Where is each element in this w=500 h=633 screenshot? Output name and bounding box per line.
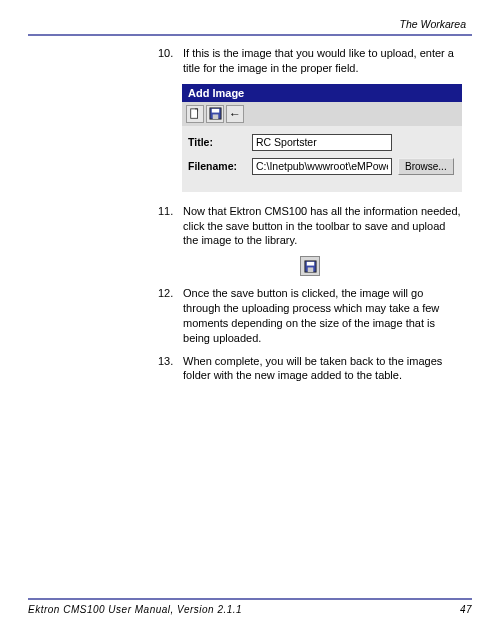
step-number: 12. <box>158 286 180 301</box>
svg-rect-5 <box>306 262 313 266</box>
step-number: 10. <box>158 46 180 61</box>
footer-manual-title: Ektron CMS100 User Manual, Version 2.1.1 <box>28 604 242 615</box>
title-label: Title: <box>188 136 246 148</box>
step-11: 11. Now that Ektron CMS100 has all the i… <box>158 204 462 249</box>
page-number: 47 <box>460 604 472 615</box>
dialog-toolbar: ← <box>182 102 462 126</box>
step-12: 12. Once the save button is clicked, the… <box>158 286 462 345</box>
step-number: 13. <box>158 354 180 369</box>
new-icon[interactable] <box>186 105 204 123</box>
filename-input[interactable] <box>252 158 392 175</box>
footer-rule <box>28 598 472 600</box>
add-image-dialog: Add Image ← Title: Filename: Brows <box>182 84 462 192</box>
svg-rect-0 <box>191 109 198 118</box>
step-text: If this is the image that you would like… <box>183 46 461 76</box>
step-13: 13. When complete, you will be taken bac… <box>158 354 462 384</box>
header-rule <box>28 34 472 36</box>
step-text: Once the save button is clicked, the ima… <box>183 286 461 345</box>
step-text: Now that Ektron CMS100 has all the infor… <box>183 204 461 249</box>
svg-rect-3 <box>212 115 218 120</box>
save-icon <box>300 256 320 276</box>
dialog-title: Add Image <box>182 84 462 102</box>
inline-save-illustration <box>158 256 462 276</box>
filename-field-row: Filename: Browse... <box>188 158 456 175</box>
title-input[interactable] <box>252 134 392 151</box>
svg-rect-2 <box>211 109 218 113</box>
browse-button[interactable]: Browse... <box>398 158 454 175</box>
step-10: 10. If this is the image that you would … <box>158 46 462 76</box>
header-section-title: The Workarea <box>28 18 472 30</box>
dialog-body: Title: Filename: Browse... <box>182 126 462 192</box>
main-content: 10. If this is the image that you would … <box>28 46 472 383</box>
back-icon[interactable]: ← <box>226 105 244 123</box>
step-number: 11. <box>158 204 180 219</box>
filename-label: Filename: <box>188 160 246 172</box>
footer: Ektron CMS100 User Manual, Version 2.1.1… <box>28 598 472 615</box>
save-icon[interactable] <box>206 105 224 123</box>
step-text: When complete, you will be taken back to… <box>183 354 461 384</box>
svg-rect-6 <box>307 267 313 272</box>
title-field-row: Title: <box>188 134 456 151</box>
